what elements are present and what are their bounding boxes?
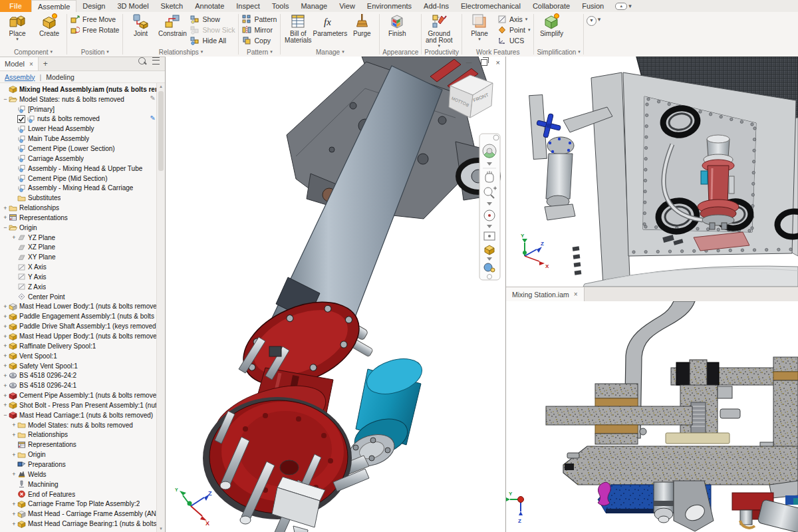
- axis-button[interactable]: Axis▾: [496, 14, 531, 25]
- ribbon-group-label[interactable]: Simplification▾: [534, 47, 583, 57]
- tree-item-assembly-mixing-head-upper-tube[interactable]: Assembly - Mixing Head & Upper Tube: [0, 164, 157, 174]
- expander-icon[interactable]: −: [2, 224, 9, 231]
- document-tab-mixing-station[interactable]: Mixing Station.iam ×: [506, 287, 585, 301]
- tree-item-preparations[interactable]: Preparations: [0, 460, 157, 469]
- tree-item-center-point[interactable]: Center Point: [0, 292, 157, 302]
- browser-menu-icon[interactable]: [152, 57, 160, 65]
- menu-tab-fusion[interactable]: Fusion: [576, 0, 610, 12]
- edit-pencil-icon[interactable]: ✎: [150, 114, 156, 122]
- navbar-expand-icon[interactable]: [487, 275, 492, 279]
- tree-item-xz-plane[interactable]: XZ Plane: [0, 243, 157, 253]
- expander-icon[interactable]: +: [2, 214, 9, 221]
- hide-all-button[interactable]: Hide All: [189, 35, 236, 46]
- browser-tab-model[interactable]: Model ×: [0, 57, 39, 70]
- tree-item-main-tube-assembly[interactable]: Main Tube Assembly: [0, 134, 157, 144]
- tree-item-bs-4518-0296-24-1[interactable]: +BS 4518 0296-24:1: [0, 380, 157, 390]
- tree-item-origin[interactable]: −Origin: [0, 223, 157, 233]
- section-detail-viewport[interactable]: Y Z: [506, 301, 798, 532]
- tree-item-vent-spool-1[interactable]: +Vent Spool:1: [0, 351, 157, 361]
- menu-tab-environments[interactable]: Environments: [361, 0, 418, 12]
- chevron-down-icon[interactable]: ▾: [578, 49, 581, 55]
- ground-and-root-button[interactable]: Ground and Root▾: [424, 13, 454, 48]
- tree-item-mast-head-carriage-bearing-1-nuts-bolts-[interactable]: +Mast Head Carriage Bearing:1 (nuts & bo…: [0, 519, 157, 529]
- expander-icon[interactable]: +: [2, 303, 9, 310]
- subtab-assembly[interactable]: Assembly: [5, 73, 35, 81]
- section-base-plate[interactable]: [563, 446, 798, 485]
- expander-icon[interactable]: +: [2, 313, 9, 320]
- mixing-station-viewport[interactable]: Y Z X: [506, 57, 798, 287]
- expander-icon[interactable]: +: [11, 521, 17, 527]
- constrain-button[interactable]: Constrain: [157, 13, 188, 37]
- expander-icon[interactable]: +: [11, 452, 17, 458]
- tree-item-paddle-drive-shaft-assembly-1-keys-remov[interactable]: +Paddle Drive Shaft Assembly:1 (keys rem…: [0, 321, 157, 331]
- parameters-button[interactable]: fxParameters: [315, 13, 345, 37]
- tree-item-lower-head-assembly[interactable]: Lower Head Assembly: [0, 124, 157, 134]
- tree-item-machining[interactable]: Machining: [0, 479, 157, 489]
- tree-scrollbar-thumb[interactable]: [158, 91, 164, 171]
- tree-item-mast-head-upper-body-1-nuts-bolts-remove[interactable]: +Mast Head Upper Body:1 (nuts & bolts re…: [0, 331, 157, 341]
- expander-icon[interactable]: +: [2, 392, 9, 399]
- chevron-down-icon[interactable]: ▾: [106, 49, 109, 55]
- tree-item-assembly-mixing-head-carriage[interactable]: Assembly - Mixing Head & Carriage: [0, 183, 157, 193]
- expander-icon[interactable]: −: [2, 412, 9, 418]
- tree-item-origin[interactable]: +Origin: [0, 450, 157, 460]
- checkbox-checked-icon[interactable]: [17, 115, 25, 123]
- tree-item-model-states-nuts-bolts-removed[interactable]: −Model States: nuts & bolts removed✎: [0, 94, 157, 104]
- tree-scrollbar[interactable]: ▴ ▾: [156, 83, 165, 532]
- tree-item-mast-head-lower-body-1-nuts-bolts-remove[interactable]: +Mast Head Lower Body:1 (nuts & bolts re…: [0, 302, 157, 312]
- chevron-down-icon[interactable]: ▾: [525, 17, 528, 22]
- chevron-down-icon[interactable]: ▾: [16, 37, 19, 41]
- tree-item-cement-pipe-mid-section[interactable]: Cement Pipe (Mid Section): [0, 174, 157, 184]
- tree-item-relationships[interactable]: +Relationships: [0, 430, 157, 440]
- chevron-down-icon[interactable]: ▾: [528, 27, 531, 33]
- expander-icon[interactable]: +: [11, 422, 17, 428]
- expander-icon[interactable]: +: [2, 352, 9, 359]
- expander-icon[interactable]: +: [2, 205, 9, 211]
- expander-icon[interactable]: +: [11, 234, 17, 241]
- menu-tab-inspect[interactable]: Inspect: [230, 0, 265, 12]
- enclosure-frame[interactable]: [591, 72, 798, 285]
- mirror-button[interactable]: Mirror: [241, 25, 278, 35]
- tree-item-primary[interactable]: [Primary]: [0, 104, 157, 114]
- tree-item-mixing-head-assembly-iam-nuts-bolts-remo[interactable]: Mixing Head Assembly.iam (nuts & bolts r…: [0, 84, 157, 94]
- restore-icon[interactable]: [481, 59, 487, 66]
- ribbon-overflow-control[interactable]: ▼ ▾: [584, 12, 604, 57]
- point-button[interactable]: Point▾: [496, 25, 531, 35]
- menu-tab-file[interactable]: File: [0, 0, 31, 12]
- edit-pencil-icon[interactable]: ✎: [150, 94, 156, 102]
- scroll-down-icon[interactable]: ▾: [157, 526, 165, 531]
- tree-item-bs-4518-0296-24-2[interactable]: +BS 4518 0296-24:2: [0, 370, 157, 380]
- main-3d-viewport[interactable]: — ×: [166, 57, 506, 532]
- menu-tab-view[interactable]: View: [333, 0, 361, 12]
- tree-item-xy-plane[interactable]: XY Plane: [0, 252, 157, 262]
- copy-button[interactable]: Copy: [241, 35, 278, 46]
- tree-item-cement-pipe-assembly-1-nuts-bolts-remove[interactable]: +Cement Pipe Assembly:1 (nuts & bolts re…: [0, 390, 157, 400]
- navigation-bar[interactable]: [479, 134, 500, 280]
- expander-icon[interactable]: +: [2, 402, 9, 408]
- menu-tab-add-ins[interactable]: Add-Ins: [418, 0, 455, 12]
- close-icon[interactable]: ×: [29, 61, 33, 68]
- tree-item-yz-plane[interactable]: +YZ Plane: [0, 233, 157, 243]
- hose-nipple[interactable]: [567, 453, 579, 458]
- tree-item-safety-vent-spool-1[interactable]: +Safety Vent Spool:1: [0, 361, 157, 371]
- nozzle[interactable]: [654, 482, 674, 523]
- full-navigation-wheel-icon[interactable]: [483, 144, 496, 158]
- purge-button[interactable]: Purge: [346, 13, 377, 37]
- scroll-up-icon[interactable]: ▴: [157, 84, 165, 89]
- section-right-assembly[interactable]: [732, 481, 798, 532]
- chevron-down-icon[interactable]: ▾: [270, 49, 273, 55]
- tree-item-y-axis[interactable]: Y Axis: [0, 272, 157, 282]
- tree-item-carriage-frame-top-plate-assembly-2[interactable]: +Carriage Frame Top Plate Assembly:2: [0, 499, 157, 509]
- chevron-down-icon[interactable]: ▾: [478, 37, 481, 41]
- expander-icon[interactable]: −: [2, 96, 9, 102]
- menu-tab-annotate[interactable]: Annotate: [189, 0, 230, 12]
- expander-icon[interactable]: +: [2, 323, 9, 330]
- expander-icon[interactable]: +: [11, 511, 17, 517]
- search-icon[interactable]: [138, 57, 146, 65]
- show-button[interactable]: Show: [189, 14, 236, 25]
- tree-item-z-axis[interactable]: Z Axis: [0, 282, 157, 292]
- menu-tab-collaborate[interactable]: Collaborate: [527, 0, 576, 12]
- tree-item-nuts-bolts-removed[interactable]: nuts & bolts removed✎: [0, 114, 157, 124]
- tree-item-relationships[interactable]: +Relationships: [0, 203, 157, 213]
- expander-icon[interactable]: +: [2, 362, 9, 369]
